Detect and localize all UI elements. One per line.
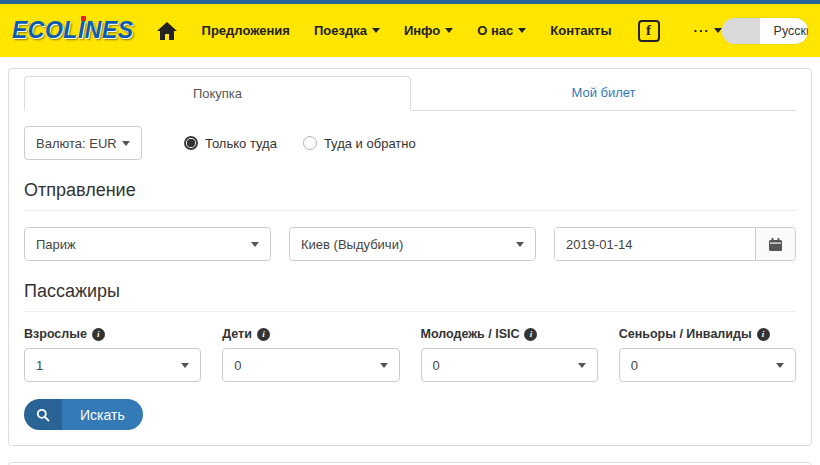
site-header: ECOLINES Предложения Поездка Инфо О нас … <box>0 4 820 57</box>
main-nav: Предложения Поездка Инфо О нас Контакты … <box>202 20 722 42</box>
chevron-down-icon <box>578 363 586 368</box>
calendar-icon <box>768 237 783 252</box>
adults-select[interactable]: 1 <box>24 348 201 382</box>
home-icon <box>156 21 178 41</box>
info-icon[interactable] <box>257 328 270 341</box>
nav-trip[interactable]: Поездка <box>314 23 380 38</box>
search-icon <box>36 408 50 422</box>
language-selector[interactable]: Русский <box>722 18 808 44</box>
info-icon[interactable] <box>92 328 105 341</box>
trip-type-group: Только туда Туда и обратно <box>184 136 416 151</box>
language-label: Русский <box>760 24 808 38</box>
more-menu-button[interactable]: ··· <box>694 23 722 38</box>
nav-offers[interactable]: Предложения <box>202 23 290 38</box>
passenger-field-children: Дети 0 <box>222 327 399 382</box>
passenger-field-adults: Взрослые 1 <box>24 327 201 382</box>
booking-card: Покупка Мой билет Валюта: EUR Только туд… <box>8 68 812 446</box>
passenger-field-youth: Молодежь / ISIC 0 <box>421 327 598 382</box>
date-input[interactable] <box>555 228 755 260</box>
chevron-down-icon <box>380 363 388 368</box>
from-city-select[interactable]: Париж <box>24 227 271 261</box>
radio-one-way[interactable]: Только туда <box>184 136 277 151</box>
nav-about[interactable]: О нас <box>477 23 526 38</box>
facebook-icon[interactable]: f <box>638 20 660 42</box>
departure-heading: Отправление <box>24 180 796 211</box>
chevron-down-icon <box>518 28 526 33</box>
radio-round-trip[interactable]: Туда и обратно <box>303 136 416 151</box>
tab-purchase[interactable]: Покупка <box>24 76 411 111</box>
search-button-label: Искать <box>62 399 143 430</box>
radio-unselected-icon <box>303 136 317 150</box>
to-city-select[interactable]: Киев (Выдубичи) <box>289 227 536 261</box>
booking-tabs: Покупка Мой билет <box>24 76 796 111</box>
children-select[interactable]: 0 <box>222 348 399 382</box>
search-button[interactable]: Искать <box>24 399 143 430</box>
seniors-select[interactable]: 0 <box>619 348 796 382</box>
passengers-heading: Пассажиры <box>24 281 796 312</box>
info-icon[interactable] <box>757 328 770 341</box>
nav-info[interactable]: Инфо <box>404 23 453 38</box>
youth-select[interactable]: 0 <box>421 348 598 382</box>
chevron-down-icon <box>445 28 453 33</box>
calendar-button[interactable] <box>755 228 795 260</box>
ukraine-flag-icon <box>731 24 751 37</box>
currency-select[interactable]: Валюта: EUR <box>24 126 142 160</box>
chevron-down-icon <box>714 28 722 33</box>
passenger-field-seniors: Сеньоры / Инвалиды 0 <box>619 327 796 382</box>
chevron-down-icon <box>372 28 380 33</box>
info-icon[interactable] <box>524 328 537 341</box>
chevron-down-icon <box>251 242 259 247</box>
home-button[interactable] <box>156 21 178 41</box>
chevron-down-icon <box>516 242 524 247</box>
nav-contacts[interactable]: Контакты <box>550 23 611 38</box>
tab-my-ticket[interactable]: Мой билет <box>411 76 796 110</box>
radio-selected-icon <box>184 136 198 150</box>
ecolines-logo[interactable]: ECOLINES <box>12 17 134 44</box>
chevron-down-icon <box>776 363 784 368</box>
chevron-down-icon <box>122 141 130 146</box>
chevron-down-icon <box>181 363 189 368</box>
